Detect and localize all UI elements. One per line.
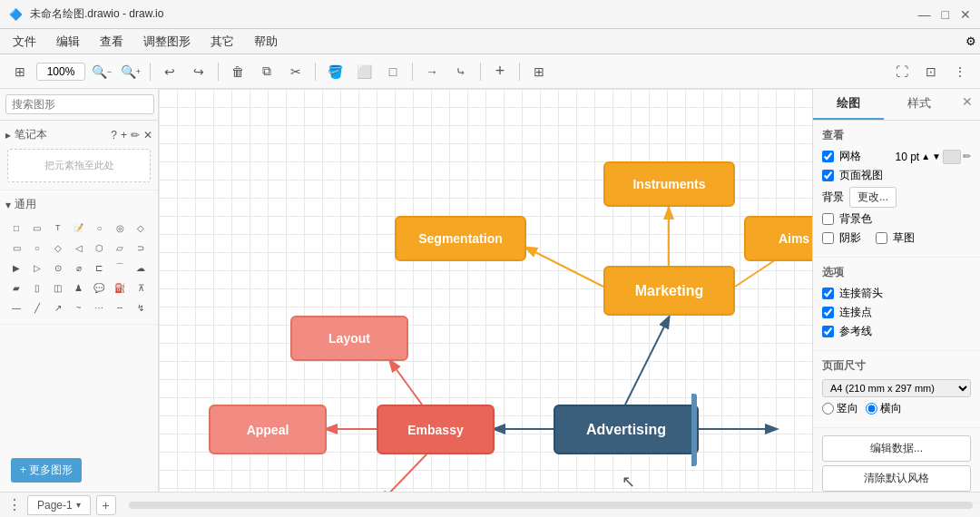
shape-r3-5[interactable]: ⊏ — [90, 258, 108, 277]
stepper-up[interactable]: ▲ — [921, 151, 930, 161]
shape-rect[interactable]: □ — [7, 219, 25, 237]
shape-btn[interactable]: □ — [380, 60, 406, 83]
stepper-dn[interactable]: ▼ — [932, 151, 941, 161]
connect-arrow-row[interactable]: 连接箭头 — [822, 286, 971, 301]
shape-r2-6[interactable]: ▱ — [111, 239, 129, 257]
node-appeal[interactable]: Appeal — [209, 405, 327, 454]
portrait-radio[interactable] — [822, 403, 834, 415]
more-btn[interactable]: ⋮ — [947, 60, 973, 83]
shape-r4-5[interactable]: 💬 — [90, 278, 108, 297]
add-btn[interactable]: + — [487, 60, 513, 83]
shape-r3-2[interactable]: ▷ — [28, 258, 46, 277]
node-marketing[interactable]: Marketing — [603, 266, 735, 316]
cut-btn[interactable]: ✂ — [283, 60, 309, 83]
shape-note[interactable]: 📝 — [70, 219, 88, 237]
zoom-in-btn[interactable]: 🔍+ — [118, 60, 143, 83]
tab-draw[interactable]: 绘图 — [813, 89, 884, 120]
close-icon[interactable]: ✕ — [143, 129, 152, 141]
guidelines-row[interactable]: 参考线 — [822, 324, 971, 339]
fullscreen-btn[interactable]: ⛶ — [889, 60, 915, 83]
view-toggle-btn[interactable]: ⊞ — [7, 60, 33, 83]
shape-r2-2[interactable]: ○ — [28, 239, 46, 257]
landscape-label[interactable]: 横向 — [866, 401, 902, 416]
shape-r5-6[interactable]: ╌ — [111, 298, 129, 317]
shape-r5-2[interactable]: ╱ — [28, 298, 46, 317]
node-embassy[interactable]: Embassy — [377, 405, 495, 454]
connect-arrow-checkbox[interactable] — [822, 288, 834, 299]
add-icon[interactable]: + — [121, 129, 127, 141]
shape-r3-3[interactable]: ⊙ — [49, 258, 67, 277]
shape-r5-5[interactable]: ⋯ — [90, 298, 108, 317]
sketch-row[interactable]: 草图 — [876, 230, 915, 246]
shape-r2-5[interactable]: ⬡ — [90, 239, 108, 257]
grid-checkbox[interactable] — [822, 151, 834, 162]
zoom-out-btn[interactable]: 🔍− — [89, 60, 114, 83]
menu-help[interactable]: 帮助 — [245, 32, 287, 52]
portrait-label[interactable]: 竖向 — [822, 401, 858, 416]
menu-view[interactable]: 查看 — [91, 32, 132, 52]
shape-text[interactable]: T — [49, 219, 67, 237]
shape-r2-1[interactable]: ▭ — [7, 239, 25, 257]
node-instruments[interactable]: Instruments — [603, 161, 735, 207]
shape-r4-3[interactable]: ◫ — [49, 278, 67, 297]
close-btn[interactable]: ✕ — [960, 7, 971, 22]
node-advertising[interactable]: Advertising — [554, 405, 699, 454]
shape-r5-7[interactable]: ↯ — [132, 298, 150, 317]
shape-r4-6[interactable]: ⛽ — [111, 278, 129, 297]
horizontal-scrollbar[interactable] — [129, 502, 973, 509]
change-bg-btn[interactable]: 更改... — [849, 187, 897, 208]
maximize-btn[interactable]: □ — [942, 7, 949, 22]
table-btn[interactable]: ⊞ — [526, 60, 552, 83]
clear-default-btn[interactable]: 清除默认风格 — [822, 465, 971, 492]
search-input[interactable] — [5, 94, 154, 114]
panel-btn[interactable]: ⊡ — [918, 60, 944, 83]
grid-color-swatch[interactable] — [943, 150, 961, 164]
settings-icon[interactable]: ⚙ — [965, 34, 976, 48]
connector-btn[interactable]: ⤷ — [448, 60, 474, 83]
guidelines-checkbox[interactable] — [822, 326, 834, 337]
page-size-select[interactable]: A4 (210 mm x 297 mm) — [822, 379, 971, 397]
zoom-display[interactable]: 100% — [36, 63, 85, 81]
delete-btn[interactable]: 🗑 — [225, 60, 250, 83]
tab-style[interactable]: 样式 — [884, 89, 955, 120]
shape-r2-3[interactable]: ◇ — [49, 239, 67, 257]
menu-dots[interactable]: ⋮ — [7, 496, 22, 513]
pageview-row[interactable]: 页面视图 — [822, 168, 971, 183]
shape-circle[interactable]: ○ — [90, 219, 108, 237]
grid-row[interactable]: 网格 10 pt ▲ ▼ ✏ — [822, 149, 971, 164]
border-btn[interactable]: ⬜ — [351, 60, 377, 83]
shape-r4-7[interactable]: ⊼ — [132, 278, 150, 297]
redo-btn[interactable]: ↪ — [186, 60, 211, 83]
menu-adjust[interactable]: 调整图形 — [134, 32, 200, 52]
menu-file[interactable]: 文件 — [4, 32, 45, 52]
canvas-area[interactable]: Marketing Instruments Segmentation Aims … — [159, 89, 812, 492]
node-aims[interactable]: Aims — [744, 216, 812, 261]
shadow-checkbox[interactable] — [822, 232, 834, 244]
section-header-general[interactable]: ▾ 通用 — [5, 194, 152, 215]
shape-r3-4[interactable]: ⌀ — [70, 258, 88, 277]
panel-close-btn[interactable]: ✕ — [955, 89, 980, 120]
shape-diamond[interactable]: ◇ — [132, 219, 150, 237]
connect-point-row[interactable]: 连接点 — [822, 305, 971, 320]
edit-icon[interactable]: ✏ — [131, 129, 140, 141]
shape-r5-4[interactable]: ~ — [70, 298, 88, 317]
more-shapes-btn[interactable]: + 更多图形 — [11, 458, 82, 483]
shape-r5-3[interactable]: ↗ — [49, 298, 67, 317]
shape-r5-1[interactable]: — — [7, 298, 25, 317]
node-layout[interactable]: Layout — [290, 316, 408, 361]
shape-r4-4[interactable]: ♟ — [70, 278, 88, 297]
shape-r3-1[interactable]: ▶ — [7, 258, 25, 277]
shape-r4-1[interactable]: ▰ — [7, 278, 25, 297]
shadow-row[interactable]: 阴影 — [822, 230, 861, 246]
undo-btn[interactable]: ↩ — [157, 60, 182, 83]
copy-btn[interactable]: ⧉ — [254, 60, 279, 83]
landscape-radio[interactable] — [866, 403, 877, 415]
bgcolor-row[interactable]: 背景色 — [822, 211, 971, 227]
shape-r4-2[interactable]: ▯ — [28, 278, 46, 297]
section-header-notebook[interactable]: ▸ 笔记本 ? + ✏ ✕ — [5, 124, 152, 145]
arrow-btn[interactable]: → — [419, 60, 445, 83]
connect-point-checkbox[interactable] — [822, 307, 834, 318]
page-tab[interactable]: Page-1 ▾ — [27, 495, 91, 515]
bgcolor-checkbox[interactable] — [822, 213, 834, 225]
minimize-btn[interactable]: — — [918, 7, 931, 22]
